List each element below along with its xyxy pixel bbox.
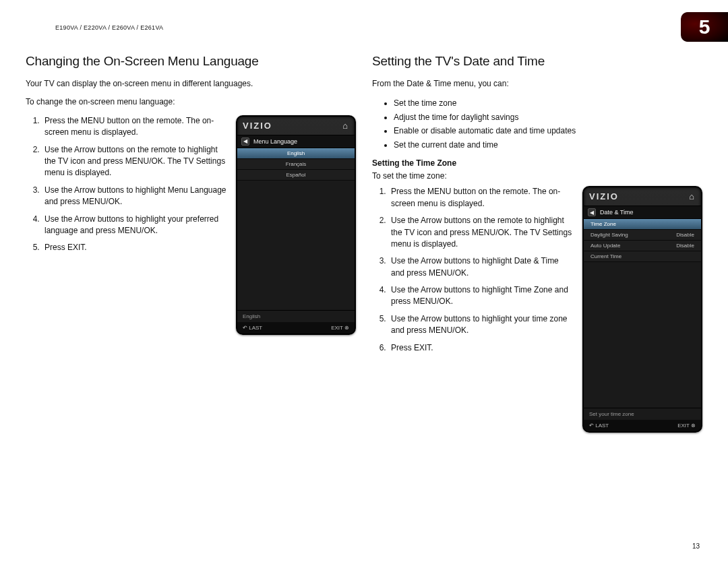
bullet-item: Set the time zone: [394, 96, 702, 110]
intro-text: Your TV can display the on-screen menu i…: [26, 78, 356, 90]
osd-body: Time Zone Daylight Saving Disable Auto U…: [584, 219, 701, 408]
step-item: Use the Arrow buttons to highlight Date …: [388, 255, 574, 279]
back-icon: ◀: [588, 208, 596, 216]
left-column: Changing the On-Screen Menu Language You…: [26, 54, 356, 535]
right-column: Setting the TV's Date and Time From the …: [372, 54, 702, 535]
section-heading-datetime: Setting the TV's Date and Time: [372, 54, 702, 69]
osd-brand: VIZIO: [243, 121, 272, 131]
osd-exit: EXIT ⊗: [677, 423, 696, 429]
osd-last: ↶ LAST: [243, 325, 262, 331]
feature-bullets: Set the time zone Adjust the time for da…: [394, 96, 702, 152]
lead-text: To change the on-screen menu language:: [26, 96, 356, 108]
section-heading-language: Changing the On-Screen Menu Language: [26, 54, 356, 69]
osd-footer: ↶ LAST EXIT ⊗: [584, 420, 701, 431]
osd-status: Set your time zone: [584, 408, 701, 420]
back-icon: ◀: [241, 137, 249, 146]
osd-footer: ↶ LAST EXIT ⊗: [237, 322, 355, 334]
content-columns: Changing the On-Screen Menu Language You…: [26, 54, 702, 535]
step-item: Use the Arrow buttons to highlight your …: [42, 214, 228, 237]
osd-row-daylight: Daylight Saving Disable: [584, 230, 701, 241]
osd-exit: EXIT ⊗: [331, 325, 349, 331]
osd-row-value: Disable: [676, 232, 694, 238]
subsection-heading: Setting the Time Zone: [372, 158, 702, 168]
sub-lead-text: To set the time zone:: [372, 170, 702, 182]
home-icon: ⌂: [342, 121, 349, 131]
chapter-badge: 5: [681, 12, 728, 42]
bullet-item: Enable or disable automatic date and tim…: [394, 124, 702, 137]
step-item: Press EXIT.: [42, 242, 228, 253]
osd-header: VIZIO ⌂: [584, 187, 701, 206]
osd-item-francais: Français: [237, 159, 355, 170]
step-item: Use the Arrow buttons to highlight Menu …: [42, 185, 228, 208]
osd-row-label: Auto Update: [590, 243, 620, 249]
bullet-item: Set the current date and time: [394, 138, 702, 152]
osd-body: English Français Español: [237, 148, 355, 310]
osd-row-label: Time Zone: [590, 221, 616, 227]
step-item: Press the MENU button on the remote. The…: [388, 186, 574, 210]
osd-title-row: ◀ Menu Language: [237, 135, 355, 148]
step-item: Press the MENU button on the remote. The…: [42, 115, 228, 139]
model-numbers: E190VA / E220VA / E260VA / E261VA: [55, 24, 163, 31]
osd-title: Menu Language: [253, 138, 297, 145]
timezone-steps: Press the MENU button on the remote. The…: [388, 186, 574, 354]
language-steps: Press the MENU button on the remote. The…: [42, 115, 228, 254]
osd-item-espanol: Español: [237, 170, 355, 181]
osd-row-label: Daylight Saving: [590, 232, 628, 238]
steps-container: Press the MENU button on the remote. The…: [372, 186, 574, 359]
home-icon: ⌂: [689, 191, 696, 201]
osd-item-english: English: [237, 148, 355, 159]
step-item: Use the Arrow buttons to highlight Time …: [388, 284, 574, 308]
osd-title: Date & Time: [600, 209, 634, 216]
osd-row-label: Current Time: [590, 253, 621, 259]
step-item: Use the Arrow buttons on the remote to h…: [42, 144, 228, 179]
osd-title-row: ◀ Date & Time: [584, 206, 701, 219]
step-item: Use the Arrow buttons on the remote to h…: [388, 215, 574, 250]
page-number: 13: [692, 542, 700, 550]
osd-status: English: [237, 310, 355, 322]
bullet-item: Adjust the time for daylight savings: [394, 111, 702, 124]
osd-row-value: Disable: [676, 243, 694, 249]
osd-row-timezone: Time Zone: [584, 219, 701, 230]
right-content-row: Press the MENU button on the remote. The…: [372, 186, 702, 433]
osd-last: ↶ LAST: [589, 423, 609, 429]
step-item: Use the Arrow buttons to highlight your …: [388, 313, 574, 337]
step-item: Press EXIT.: [388, 342, 574, 354]
osd-brand: VIZIO: [589, 191, 619, 201]
osd-row-autoupdate: Auto Update Disable: [584, 241, 701, 251]
osd-row-currenttime: Current Time: [584, 251, 701, 262]
left-content-row: Press the MENU button on the remote. The…: [26, 115, 356, 335]
osd-language-panel: VIZIO ⌂ ◀ Menu Language English Français…: [236, 115, 356, 335]
osd-header: VIZIO ⌂: [237, 117, 355, 135]
osd-datetime-panel: VIZIO ⌂ ◀ Date & Time Time Zone Daylight…: [582, 186, 702, 433]
steps-container: Press the MENU button on the remote. The…: [26, 115, 228, 259]
intro-text: From the Date & Time menu, you can:: [372, 78, 702, 90]
